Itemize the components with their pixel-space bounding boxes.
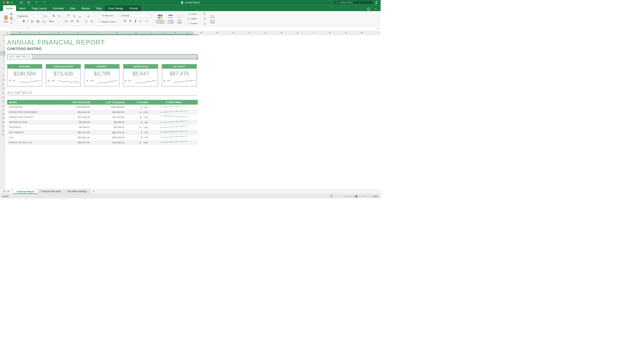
column-header-G[interactable]: G (107, 31, 127, 35)
row-header-8[interactable]: 8 (0, 63, 5, 73)
share-button[interactable]: + (375, 1, 378, 4)
orientation-icon[interactable]: ab▾ (86, 14, 92, 18)
minimize-window-button[interactable] (7, 1, 9, 4)
row-header-11[interactable]: 11 (0, 82, 5, 87)
format-as-table-button[interactable]: Format as Table (166, 13, 175, 24)
borders-button[interactable]: ▾ (35, 19, 41, 24)
row-header-7[interactable]: 7 (0, 58, 5, 63)
ribbon-tab-chart-design[interactable]: Chart Design (105, 5, 127, 11)
feedback-smile-icon[interactable] (367, 7, 370, 11)
select-all-corner[interactable] (0, 31, 5, 35)
save-icon[interactable] (26, 0, 31, 5)
column-header-K[interactable]: K (170, 31, 181, 35)
clear-button[interactable]: ▾ (202, 22, 208, 26)
ribbon-tab-home[interactable]: Home (3, 5, 16, 11)
merge-center-button[interactable]: Merge & Center ▾ (97, 20, 117, 24)
column-header-M[interactable]: M (193, 31, 209, 35)
column-header-T[interactable]: T (306, 31, 322, 35)
ribbon-tab-review[interactable]: Review (78, 5, 93, 11)
sheet-nav-prev[interactable]: ◀ (2, 190, 6, 193)
column-header-N[interactable]: N (209, 31, 225, 35)
column-header-S[interactable]: S (290, 31, 306, 35)
fill-color-button[interactable]: ▾ (42, 19, 47, 24)
expand-formula-bar-icon[interactable]: ▾ (377, 27, 381, 30)
row-header-18[interactable]: 18 (0, 112, 5, 116)
row-header-2[interactable]: 2 (0, 37, 5, 45)
zoom-level[interactable]: 100% (373, 195, 378, 197)
row-header-21[interactable]: 21 (0, 124, 5, 129)
italic-button[interactable]: I (27, 19, 29, 23)
selected-cell-range[interactable]: KEY METRICS (7, 54, 198, 59)
column-header-R[interactable]: R (273, 31, 290, 35)
column-header-H[interactable]: H (126, 31, 146, 35)
currency-button[interactable]: $▾ (123, 19, 127, 23)
align-middle-icon[interactable] (72, 14, 77, 18)
column-header-D[interactable]: D (49, 31, 68, 35)
insert-cells-button[interactable]: Insert ▾ (186, 12, 199, 16)
sheet-tab-financial-report[interactable]: Financial Report (13, 189, 38, 194)
align-right-icon[interactable] (75, 19, 80, 24)
increase-indent-icon[interactable] (89, 19, 94, 24)
cell-styles-button[interactable]: Cell Styles (176, 13, 183, 24)
delete-cells-button[interactable]: Delete ▾ (186, 17, 199, 20)
column-header-O[interactable]: O (225, 31, 242, 35)
decrease-font-icon[interactable]: A▾ (57, 14, 61, 18)
column-header-E[interactable]: E (68, 31, 88, 35)
normal-view-button[interactable] (329, 195, 334, 198)
ribbon-tab-insert[interactable]: Insert (16, 5, 29, 11)
align-bottom-icon[interactable] (78, 14, 83, 18)
collapse-ribbon-icon[interactable] (374, 7, 377, 11)
ribbon-tab-view[interactable]: View (93, 5, 105, 11)
bold-button[interactable]: B (22, 19, 26, 23)
column-header-I[interactable]: I (146, 31, 157, 35)
decrease-decimal-icon[interactable]: .00.0 (144, 19, 149, 23)
row-header-9[interactable]: 9 (0, 73, 5, 78)
row-header-16[interactable]: 16 (0, 104, 5, 108)
ribbon-tab-page-layout[interactable]: Page Layout (29, 5, 50, 11)
row-header-12[interactable]: 12 (0, 87, 5, 90)
font-size-dropdown[interactable]: 14▾ (43, 14, 51, 18)
column-header-Q[interactable]: Q (258, 31, 274, 35)
align-center-icon[interactable] (69, 19, 74, 24)
ribbon-tab-formulas[interactable]: Formulas (50, 5, 67, 11)
decrease-indent-icon[interactable] (84, 19, 88, 24)
column-header-F[interactable]: F (88, 31, 107, 35)
cut-icon[interactable] (10, 12, 14, 16)
comma-style-button[interactable]: ❩ (133, 19, 137, 23)
worksheet-area[interactable]: ANNUAL FINANCIAL REPORT CONTOSO BISTRO K… (5, 35, 381, 189)
zoom-slider[interactable] (343, 196, 367, 197)
undo-icon[interactable]: ▾ (34, 0, 39, 5)
toggle-sidebar-icon[interactable] (19, 0, 24, 5)
format-painter-icon[interactable] (10, 22, 14, 25)
add-sheet-button[interactable]: + (90, 190, 97, 193)
percent-button[interactable]: % (128, 19, 132, 23)
autosum-button[interactable]: Σ▾ (202, 11, 208, 16)
name-box[interactable] (0, 26, 15, 31)
zoom-out-button[interactable]: − (340, 195, 341, 197)
column-headers[interactable]: ABCDEFGHIJKLMNOPQRSTUVW (0, 31, 381, 35)
font-color-button[interactable]: A▾ (48, 19, 55, 23)
paste-button[interactable]: Paste (3, 15, 9, 23)
sheet-nav-next[interactable]: ▶ (6, 190, 11, 193)
sort-filter-button[interactable]: AZSort & Filter (209, 11, 217, 26)
row-header-10[interactable]: 10 (0, 78, 5, 82)
font-name-dropdown[interactable]: Euphemia▾ (17, 14, 42, 18)
search-sheet-input[interactable]: ▾ Search Sheet (334, 1, 373, 4)
column-header-U[interactable]: U (322, 31, 338, 35)
column-header-B[interactable]: B (10, 31, 30, 35)
copy-icon[interactable]: ▾ (10, 17, 14, 20)
row-header-5[interactable]: 5 (0, 51, 5, 56)
row-header-13[interactable]: 13 (0, 90, 5, 96)
row-header-3[interactable]: 3 (0, 45, 5, 51)
column-header-V[interactable]: V (338, 31, 354, 35)
close-window-button[interactable] (3, 1, 5, 4)
row-header-19[interactable]: 19 (0, 116, 5, 120)
cancel-formula-icon[interactable]: ✕ (17, 27, 19, 30)
sheet-tab-financial-data-input[interactable]: Financial Data Input (38, 189, 64, 194)
sheet-tab-key-metric-settings[interactable]: Key Metric Settings (64, 189, 90, 194)
increase-decimal-icon[interactable]: .0.00 (138, 19, 143, 23)
maximize-window-button[interactable] (11, 1, 13, 4)
align-left-icon[interactable] (64, 19, 69, 24)
ribbon-tab-data[interactable]: Data (67, 5, 78, 11)
row-header-22[interactable]: 22 (0, 128, 5, 133)
